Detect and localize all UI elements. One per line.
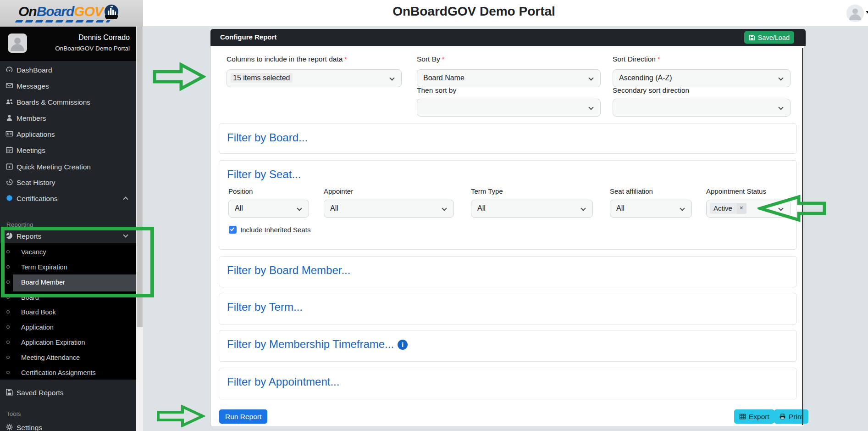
run-report-button[interactable]: Run Report bbox=[219, 409, 267, 424]
bullet-icon bbox=[6, 341, 10, 344]
submenu-item-board-book[interactable]: Board Book bbox=[0, 308, 136, 319]
filter-seat-toggle[interactable]: Filter by Seat... bbox=[227, 168, 301, 181]
tag-remove-button[interactable]: × bbox=[736, 203, 746, 214]
seat-affiliation-select[interactable]: All bbox=[610, 200, 692, 218]
user-avatar[interactable] bbox=[846, 5, 864, 22]
sidebar-scrollbar-track[interactable] bbox=[136, 27, 143, 431]
sidebar-item-dashboard[interactable]: DashBoard bbox=[0, 65, 136, 77]
bullet-icon bbox=[6, 325, 10, 329]
filter-appointment-box: Filter by Appointment... bbox=[219, 368, 797, 399]
submenu-item-term-expiration[interactable]: Term Expiration bbox=[0, 263, 136, 274]
sidebar-item-quick-meeting-creation[interactable]: Quick Meeting Creation bbox=[0, 162, 136, 174]
submenu-item-label: Meeting Attendance bbox=[21, 354, 80, 361]
term-type-label: Term Type bbox=[471, 187, 503, 195]
chevron-down-icon bbox=[588, 75, 593, 80]
city-badge-icon bbox=[104, 4, 119, 22]
sidebar-item-label: Applications bbox=[17, 130, 55, 139]
chevron-down-icon bbox=[588, 105, 593, 110]
save-load-label: Save/Load bbox=[758, 34, 790, 41]
submenu-item-board-member[interactable]: Board Member bbox=[0, 278, 136, 289]
filter-term-toggle[interactable]: Filter by Term... bbox=[227, 301, 303, 313]
caret-down-icon[interactable] bbox=[866, 11, 868, 14]
filter-seat-box: Filter by Seat... Position Appointer Ter… bbox=[219, 160, 797, 250]
bullet-icon bbox=[6, 250, 10, 253]
sidebar-item-applications[interactable]: Applications bbox=[0, 129, 136, 141]
filter-board-member-toggle[interactable]: Filter by Board Member... bbox=[227, 264, 350, 277]
sidebar-item-messages[interactable]: Messages bbox=[0, 81, 136, 93]
info-icon[interactable] bbox=[398, 340, 408, 350]
appointment-status-label: Appointment Status bbox=[706, 187, 766, 195]
required-marker: * bbox=[344, 56, 347, 63]
sidebar-item-meetings[interactable]: Meetings bbox=[0, 146, 136, 157]
chevron-up-icon bbox=[123, 196, 128, 202]
bullet-icon bbox=[6, 280, 10, 284]
calendar-plus-icon bbox=[6, 162, 13, 170]
sidebar-item-seat-history[interactable]: Seat History bbox=[0, 178, 136, 190]
sidebar-item-saved-reports[interactable]: Saved Reports bbox=[0, 388, 136, 400]
sidebar-scrollbar-thumb[interactable] bbox=[137, 27, 143, 327]
top-bar: OnBoardGOV Demo Portal bbox=[143, 0, 868, 26]
submenu-item-vacancy[interactable]: Vacancy bbox=[0, 248, 136, 259]
submenu-item-label: Certification Assignments bbox=[21, 369, 96, 376]
sort-by-select[interactable]: Board Name bbox=[417, 69, 601, 87]
panel-scrollbar[interactable] bbox=[802, 48, 803, 425]
bullet-icon bbox=[6, 356, 10, 359]
export-button[interactable]: Export bbox=[734, 409, 774, 424]
term-type-select[interactable]: All bbox=[471, 200, 593, 218]
person-icon bbox=[8, 34, 27, 53]
position-label: Position bbox=[228, 187, 253, 195]
submenu-item-label: Vacancy bbox=[21, 248, 46, 256]
configure-report-card: Configure Report Save/Load Columns to in… bbox=[210, 29, 805, 427]
sidebar-item-label: Meetings bbox=[17, 146, 45, 155]
sidebar-item-label: Saved Reports bbox=[17, 389, 64, 397]
calendar-icon bbox=[6, 146, 13, 154]
submenu-item-application[interactable]: Application bbox=[0, 323, 136, 334]
filter-appointment-toggle[interactable]: Filter by Appointment... bbox=[227, 375, 339, 388]
required-marker: * bbox=[442, 56, 444, 63]
submenu-item-board[interactable]: Board bbox=[0, 293, 136, 304]
include-inherited-seats-label: Include Inherited Seats bbox=[240, 226, 310, 234]
appointer-select[interactable]: All bbox=[324, 200, 454, 218]
sidebar: Dennis Corrado OnBoardGOV Demo Portal Da… bbox=[0, 27, 136, 431]
sidebar-item-settings[interactable]: Settings bbox=[0, 423, 136, 431]
secondary-direction-select[interactable] bbox=[613, 99, 791, 117]
print-label: Print bbox=[789, 413, 803, 421]
filter-board-box: Filter by Board... bbox=[219, 123, 797, 154]
submenu-item-meeting-attendance[interactable]: Meeting Attendance bbox=[0, 353, 136, 364]
bullet-icon bbox=[6, 371, 10, 374]
include-inherited-seats-checkbox[interactable] bbox=[229, 226, 237, 234]
sidebar-item-certifications[interactable]: Certifications bbox=[0, 194, 136, 206]
page-title: OnBoardGOV Demo Portal bbox=[143, 4, 805, 19]
app-logo[interactable]: OnBoardGOV bbox=[18, 4, 119, 22]
envelope-icon bbox=[6, 82, 13, 90]
secondary-direction-label: Secondary sort direction bbox=[613, 86, 689, 95]
then-sort-select[interactable] bbox=[417, 99, 601, 117]
chevron-down-icon bbox=[778, 206, 783, 211]
sidebar-item-label: Messages bbox=[17, 82, 49, 90]
position-select[interactable]: All bbox=[228, 200, 309, 218]
save-load-button[interactable]: Save/Load bbox=[744, 31, 794, 44]
filter-board-toggle[interactable]: Filter by Board... bbox=[227, 131, 308, 144]
submenu-item-certification-assignments[interactable]: Certification Assignments bbox=[0, 369, 136, 380]
sidebar-item-boards-commissions[interactable]: Boards & Commissions bbox=[0, 97, 136, 109]
submenu-item-label: Board Member bbox=[21, 279, 65, 286]
chevron-down-icon bbox=[389, 75, 394, 80]
tag-label: Active bbox=[710, 203, 736, 214]
sidebar-item-label: Members bbox=[17, 114, 46, 123]
appointment-status-select[interactable]: Active × bbox=[706, 200, 791, 218]
sidebar-user-avatar[interactable] bbox=[8, 34, 27, 53]
submenu-item-application-expiration[interactable]: Application Expiration bbox=[0, 338, 136, 349]
sort-direction-select-value: Ascending (A-Z) bbox=[619, 74, 672, 82]
filter-membership-timeframe-toggle[interactable]: Filter by Membership Timeframe... bbox=[227, 338, 408, 351]
seat-affiliation-label: Seat affiliation bbox=[610, 187, 653, 195]
export-label: Export bbox=[749, 413, 769, 421]
sidebar-item-reports[interactable]: Reports bbox=[0, 231, 136, 243]
sort-direction-select[interactable]: Ascending (A-Z) bbox=[613, 69, 791, 87]
run-report-label: Run Report bbox=[225, 413, 261, 421]
id-card-icon bbox=[6, 130, 13, 138]
columns-select[interactable]: 15 items selected bbox=[227, 69, 402, 87]
sidebar-section-tools: Tools bbox=[6, 410, 21, 417]
sidebar-item-members[interactable]: Members bbox=[0, 113, 136, 125]
sort-direction-label: Sort Direction* bbox=[613, 55, 660, 63]
annotation-arrow-columns bbox=[152, 62, 206, 91]
